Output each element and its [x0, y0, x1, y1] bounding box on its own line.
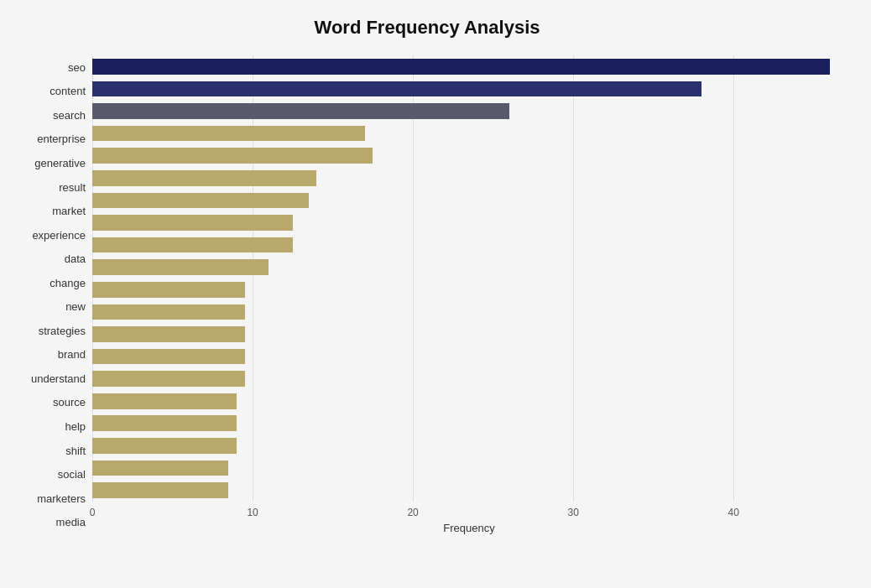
bar-row-marketers [92, 457, 846, 480]
bar-row-market [92, 190, 846, 212]
y-label-source: source [53, 397, 86, 408]
y-label-result: result [59, 182, 86, 193]
x-tick-30: 30 [568, 507, 579, 518]
x-tick-20: 20 [407, 507, 418, 518]
bar-row-change [92, 256, 846, 278]
x-tick-40: 40 [728, 507, 739, 518]
bar-row-seo [92, 55, 846, 78]
y-label-market: market [52, 206, 86, 216]
bar-market [92, 193, 309, 209]
x-axis-label: Frequency [92, 522, 846, 534]
bar-help [92, 393, 237, 409]
bar-row-new [92, 278, 846, 301]
chart-container: Word Frequency Analysis seocontentsearch… [0, 0, 871, 588]
bar-rows [92, 55, 846, 502]
bar-row-media [92, 479, 846, 502]
bar-new [92, 282, 245, 298]
bar-row-social [92, 434, 846, 457]
bar-enterprise [92, 126, 365, 142]
y-label-brand: brand [58, 349, 86, 360]
bar-row-experience [92, 211, 846, 234]
bar-row-brand [92, 323, 846, 346]
bars-area [92, 55, 846, 502]
y-label-content: content [50, 86, 86, 96]
bar-row-help [92, 390, 846, 413]
bar-shift [92, 415, 237, 431]
bar-social [92, 438, 237, 454]
bar-search [92, 103, 509, 119]
bar-row-shift [92, 413, 846, 435]
y-label-media: media [56, 517, 86, 528]
bar-result [92, 170, 316, 186]
x-tick-0: 0 [90, 507, 96, 518]
y-label-experience: experience [32, 230, 86, 241]
x-tick-10: 10 [247, 507, 258, 518]
y-label-marketers: marketers [37, 493, 86, 504]
y-label-data: data [65, 253, 86, 264]
y-label-enterprise: enterprise [37, 133, 86, 144]
bar-row-generative [92, 144, 846, 167]
bar-understand [92, 349, 245, 365]
bar-row-understand [92, 346, 846, 368]
bar-content [92, 81, 701, 97]
bar-row-strategies [92, 301, 846, 324]
y-label-understand: understand [31, 373, 86, 384]
bar-row-source [92, 367, 846, 390]
bar-brand [92, 326, 245, 342]
y-label-change: change [50, 278, 86, 289]
bar-change [92, 259, 269, 275]
y-label-seo: seo [68, 62, 86, 73]
bar-marketers [92, 461, 228, 476]
bar-row-enterprise [92, 122, 846, 145]
y-label-search: search [53, 110, 86, 121]
chart-area: seocontentsearchenterprisegenerativeresu… [8, 55, 846, 534]
bar-experience [92, 215, 293, 231]
y-label-social: social [58, 469, 86, 480]
y-label-new: new [65, 301, 86, 312]
y-axis-labels: seocontentsearchenterprisegenerativeresu… [8, 55, 92, 534]
bar-row-search [92, 100, 846, 122]
bar-source [92, 371, 245, 387]
y-label-help: help [65, 421, 86, 432]
bar-row-result [92, 167, 846, 190]
bars-and-axes: 010203040 Frequency [92, 55, 846, 534]
bar-row-data [92, 234, 846, 257]
bar-seo [92, 59, 830, 75]
x-axis: 010203040 [92, 502, 846, 518]
y-label-generative: generative [34, 158, 86, 169]
bar-data [92, 237, 293, 253]
bar-strategies [92, 304, 245, 320]
y-label-shift: shift [65, 445, 86, 456]
chart-title: Word Frequency Analysis [8, 17, 846, 39]
bar-generative [92, 148, 373, 164]
bar-row-content [92, 78, 846, 101]
y-label-strategies: strategies [39, 325, 86, 336]
bar-media [92, 482, 228, 498]
